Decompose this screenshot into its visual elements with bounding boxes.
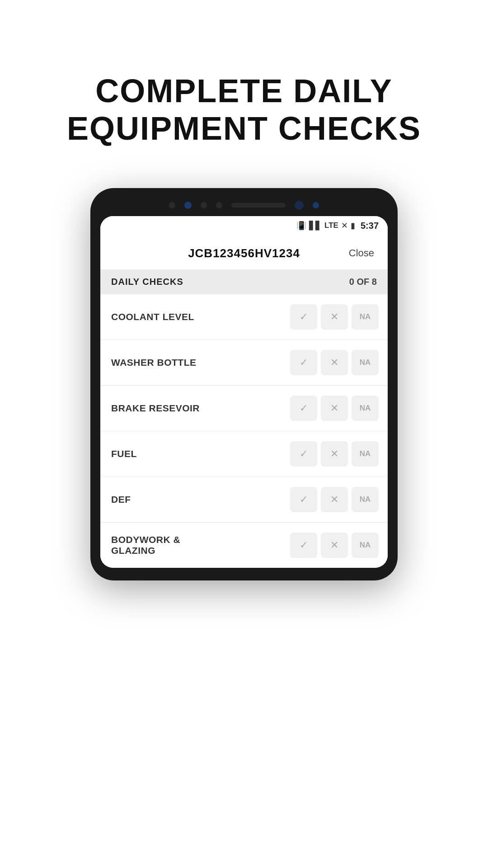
- check-na-button-def[interactable]: NA: [352, 487, 379, 512]
- check-buttons-brake-resevoir: ✓✕NA: [290, 396, 379, 421]
- check-item-washer-bottle: WASHER BOTTLE✓✕NA: [100, 340, 388, 386]
- cross-icon: ✕: [330, 539, 338, 551]
- na-label: NA: [360, 541, 371, 550]
- status-bar: 📳 ▋▋ LTE ✕ ▮ 5:37: [100, 216, 388, 234]
- close-button[interactable]: Close: [349, 247, 374, 259]
- check-fail-button-brake-resevoir[interactable]: ✕: [321, 396, 348, 421]
- check-ok-button-washer-bottle[interactable]: ✓: [290, 350, 317, 375]
- check-label-def: DEF: [111, 494, 290, 505]
- check-ok-button-def[interactable]: ✓: [290, 487, 317, 512]
- page-title: COMPLETE DAILY EQUIPMENT CHECKS: [67, 72, 421, 147]
- check-na-button-washer-bottle[interactable]: NA: [352, 350, 379, 375]
- check-na-button-brake-resevoir[interactable]: NA: [352, 396, 379, 421]
- check-item-coolant-level: COOLANT LEVEL✓✕NA: [100, 294, 388, 340]
- check-label-coolant-level: COOLANT LEVEL: [111, 311, 290, 322]
- check-ok-button-fuel[interactable]: ✓: [290, 441, 317, 467]
- check-fail-button-fuel[interactable]: ✕: [321, 441, 348, 467]
- app-header: JCB123456HV1234 Close: [100, 234, 388, 269]
- checkmark-icon: ✓: [300, 539, 308, 551]
- check-fail-button-coolant-level[interactable]: ✕: [321, 304, 348, 330]
- signal-bars-icon: ▋▋: [309, 221, 322, 231]
- sensor-flash: [313, 202, 319, 208]
- check-na-button-bodywork-glazing[interactable]: NA: [352, 533, 379, 558]
- check-buttons-fuel: ✓✕NA: [290, 441, 379, 467]
- lte-label: LTE: [324, 221, 338, 230]
- phone-screen: 📳 ▋▋ LTE ✕ ▮ 5:37 JCB123456HV1234 Close …: [100, 216, 388, 568]
- checkmark-icon: ✓: [300, 402, 308, 414]
- cross-icon: ✕: [330, 494, 338, 505]
- section-count: 0 OF 8: [349, 277, 377, 287]
- check-ok-button-coolant-level[interactable]: ✓: [290, 304, 317, 330]
- checkmark-icon: ✓: [300, 357, 308, 368]
- sensor-dot-mid1: [201, 202, 207, 208]
- status-icons: 📳 ▋▋ LTE ✕ ▮: [296, 221, 355, 231]
- check-item-bodywork-glazing: BODYWORK & GLAZING✓✕NA: [100, 523, 388, 568]
- section-header: DAILY CHECKS 0 OF 8: [100, 269, 388, 294]
- section-title: DAILY CHECKS: [111, 277, 183, 287]
- check-item-fuel: FUEL✓✕NA: [100, 431, 388, 477]
- cross-icon: ✕: [330, 402, 338, 414]
- checkmark-icon: ✓: [300, 448, 308, 460]
- check-na-button-fuel[interactable]: NA: [352, 441, 379, 467]
- phone-mockup: 📳 ▋▋ LTE ✕ ▮ 5:37 JCB123456HV1234 Close …: [90, 188, 398, 580]
- check-label-fuel: FUEL: [111, 448, 290, 459]
- check-na-button-coolant-level[interactable]: NA: [352, 304, 379, 330]
- status-time: 5:37: [361, 221, 379, 231]
- cross-icon: ✕: [330, 357, 338, 368]
- na-label: NA: [360, 312, 371, 321]
- cross-icon: ✕: [330, 448, 338, 460]
- check-fail-button-washer-bottle[interactable]: ✕: [321, 350, 348, 375]
- cross-icon: ✕: [330, 311, 338, 323]
- check-ok-button-brake-resevoir[interactable]: ✓: [290, 396, 317, 421]
- vehicle-id: JCB123456HV1234: [188, 246, 300, 260]
- phone-sensors: [100, 201, 388, 210]
- check-item-brake-resevoir: BRAKE RESEVOIR✓✕NA: [100, 386, 388, 431]
- check-list: COOLANT LEVEL✓✕NAWASHER BOTTLE✓✕NABRAKE …: [100, 294, 388, 568]
- check-label-washer-bottle: WASHER BOTTLE: [111, 357, 290, 368]
- na-label: NA: [360, 449, 371, 458]
- check-buttons-washer-bottle: ✓✕NA: [290, 350, 379, 375]
- battery-icon: ▮: [351, 221, 355, 231]
- sensor-dot-left: [169, 202, 175, 208]
- check-label-bodywork-glazing: BODYWORK & GLAZING: [111, 534, 290, 556]
- sensor-fingerprint: [184, 202, 192, 209]
- sensor-camera: [295, 201, 304, 210]
- check-buttons-def: ✓✕NA: [290, 487, 379, 512]
- sensor-speaker: [231, 203, 286, 208]
- checkmark-icon: ✓: [300, 494, 308, 505]
- check-buttons-bodywork-glazing: ✓✕NA: [290, 533, 379, 558]
- na-label: NA: [360, 404, 371, 413]
- sensor-dot-mid2: [216, 202, 222, 208]
- check-fail-button-def[interactable]: ✕: [321, 487, 348, 512]
- checkmark-icon: ✓: [300, 311, 308, 323]
- na-label: NA: [360, 495, 371, 504]
- check-fail-button-bodywork-glazing[interactable]: ✕: [321, 533, 348, 558]
- check-ok-button-bodywork-glazing[interactable]: ✓: [290, 533, 317, 558]
- check-buttons-coolant-level: ✓✕NA: [290, 304, 379, 330]
- na-label: NA: [360, 358, 371, 367]
- check-label-brake-resevoir: BRAKE RESEVOIR: [111, 403, 290, 414]
- vibrate-icon: 📳: [296, 221, 306, 231]
- check-item-def: DEF✓✕NA: [100, 477, 388, 523]
- wifi-icon: ✕: [341, 221, 348, 231]
